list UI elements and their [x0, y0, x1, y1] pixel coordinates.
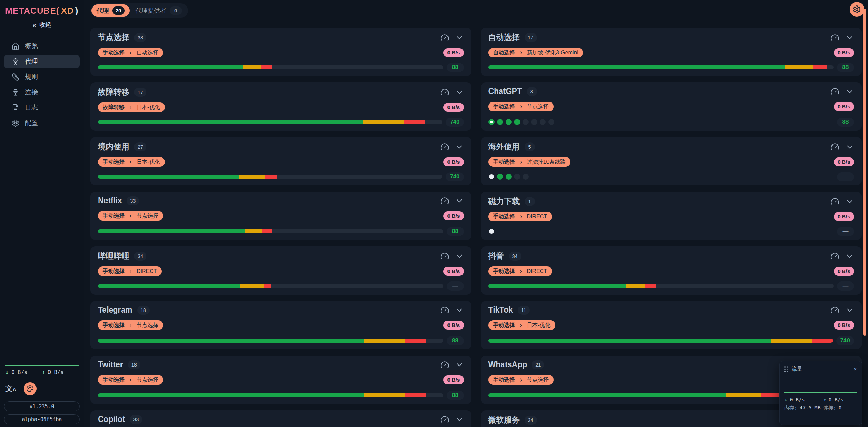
proxy-dot-dim[interactable] — [523, 174, 529, 180]
selected-proxy-badge[interactable]: 故障转移 日本-优化 — [98, 102, 165, 112]
latency-test-gauge-icon[interactable] — [440, 415, 449, 424]
proxy-dot-sel[interactable] — [488, 119, 495, 125]
card-title: 微软服务 — [488, 415, 520, 425]
sidebar-item-home[interactable]: 概览 — [4, 39, 80, 53]
theme-button[interactable] — [24, 382, 37, 395]
selected-node-label: 节点选择 — [137, 212, 158, 220]
selected-proxy-badge[interactable]: 手动选择 节点选择 — [488, 375, 554, 385]
latency-test-gauge-icon[interactable] — [830, 142, 839, 151]
drag-handle-icon[interactable] — [784, 366, 788, 372]
latency-test-gauge-icon[interactable] — [830, 252, 839, 261]
sidebar-item-label: 概览 — [25, 42, 38, 51]
chevron-down-icon[interactable] — [845, 197, 854, 206]
chevron-down-icon[interactable] — [845, 87, 854, 96]
selected-proxy-badge[interactable]: 手动选择 节点选择 — [98, 375, 163, 385]
latency-test-gauge-icon[interactable] — [830, 87, 839, 96]
traffic-panel-title: 流量 — [792, 366, 802, 373]
collapse-sidebar-button[interactable]: « 收起 — [32, 21, 51, 29]
selected-proxy-badge[interactable]: 手动选择 自动选择 — [98, 48, 163, 57]
latency-badge: 88 — [447, 63, 464, 72]
proxy-group-card: TikTok 11 手动选择 日本-优化 0 B/s 740 — [481, 301, 862, 349]
proxy-dot-green[interactable] — [506, 174, 512, 180]
group-type-label: 手动选择 — [103, 376, 125, 384]
selected-proxy-badge[interactable]: 手动选择 DIRECT — [488, 212, 552, 221]
proxy-dot-green[interactable] — [497, 174, 503, 180]
latency-badge: 88 — [447, 336, 464, 345]
chevron-right-icon — [128, 214, 133, 218]
selected-proxy-badge[interactable]: 手动选择 DIRECT — [98, 266, 162, 276]
latency-test-gauge-icon[interactable] — [830, 33, 839, 42]
sidebar-item-logs[interactable]: 日志 — [4, 101, 80, 114]
selected-proxy-badge[interactable]: 手动选择 过滤掉10条线路 — [488, 157, 571, 167]
bar-segment-yellow — [245, 229, 262, 233]
latency-test-gauge-icon[interactable] — [440, 306, 449, 315]
sidebar-item-config[interactable]: 配置 — [4, 116, 80, 130]
chevron-down-icon[interactable] — [455, 252, 464, 261]
sidebar-item-connections[interactable]: 连接 — [4, 85, 80, 99]
chevron-down-icon[interactable] — [845, 33, 854, 42]
card-title: 故障转移 — [98, 87, 129, 97]
language-button[interactable]: 文A — [5, 384, 16, 394]
chevron-right-icon — [519, 105, 523, 109]
chevron-down-icon[interactable] — [455, 33, 464, 42]
proxy-group-card: Telegram 18 手动选择 节点选择 0 B/s 88 — [90, 301, 471, 349]
chevron-down-icon[interactable] — [455, 196, 464, 205]
proxy-dot-white[interactable] — [489, 229, 494, 234]
build-button[interactable]: alpha-06f5fba — [4, 414, 80, 424]
latency-distribution-bar — [98, 120, 442, 124]
chevron-down-icon[interactable] — [845, 252, 854, 261]
sidebar-item-rules[interactable]: 规则 — [4, 70, 80, 84]
card-count-badge: 34 — [525, 416, 537, 425]
latency-badge: — — [447, 281, 464, 291]
proxy-dot-dim[interactable] — [514, 174, 520, 180]
close-button[interactable]: × — [854, 366, 857, 372]
connections-icon — [12, 88, 19, 96]
selected-proxy-badge[interactable]: 自动选择 新加坡-优化3-Gemini — [488, 48, 583, 57]
latency-test-gauge-icon[interactable] — [830, 306, 839, 315]
chevron-down-icon[interactable] — [455, 415, 464, 424]
minimize-button[interactable]: − — [844, 366, 847, 372]
proxy-dot-dim[interactable] — [540, 119, 546, 125]
chevron-down-icon[interactable] — [455, 142, 464, 151]
tab[interactable]: 代理 20 — [91, 4, 130, 17]
latency-badge: 88 — [447, 391, 464, 400]
download-speed: ↓ 0 B/s — [5, 369, 42, 375]
latency-test-gauge-icon[interactable] — [830, 197, 839, 206]
sidebar-item-proxies[interactable]: 代理 — [4, 55, 80, 68]
chevron-right-icon — [128, 378, 133, 382]
selected-node-label: 新加坡-优化3-Gemini — [527, 49, 578, 56]
bar-segment-green — [98, 120, 363, 124]
chevron-down-icon[interactable] — [455, 306, 464, 315]
chevron-down-icon[interactable] — [845, 142, 854, 151]
selected-proxy-badge[interactable]: 手动选择 DIRECT — [488, 266, 552, 276]
selected-proxy-badge[interactable]: 手动选择 节点选择 — [98, 320, 163, 330]
proxy-dot-green[interactable] — [514, 119, 520, 125]
proxy-dot-green[interactable] — [497, 119, 503, 125]
tab[interactable]: 代理提供者 0 — [130, 4, 187, 17]
card-count-badge: 17 — [525, 33, 537, 42]
settings-button[interactable] — [850, 2, 864, 17]
proxy-dot-dim[interactable] — [531, 119, 537, 125]
chevron-down-icon[interactable] — [455, 360, 464, 369]
sidebar-nav: 概览 代理 规则 连接 日志 配置 — [3, 39, 80, 132]
proxy-dot-white[interactable] — [489, 174, 494, 179]
selected-node-label: 日本-优化 — [137, 104, 160, 111]
selected-proxy-badge[interactable]: 手动选择 日本-优化 — [488, 320, 555, 330]
latency-test-gauge-icon[interactable] — [440, 360, 449, 369]
latency-test-gauge-icon[interactable] — [440, 252, 449, 261]
proxy-dot-green[interactable] — [506, 119, 512, 125]
selected-proxy-badge[interactable]: 手动选择 日本-优化 — [98, 157, 165, 167]
latency-test-gauge-icon[interactable] — [440, 196, 449, 205]
scrollbar-thumb[interactable] — [863, 9, 866, 336]
group-type-label: 手动选择 — [103, 212, 125, 220]
chevron-down-icon[interactable] — [845, 306, 854, 315]
version-button[interactable]: v1.235.0 — [4, 401, 80, 411]
selected-proxy-badge[interactable]: 手动选择 节点选择 — [98, 211, 163, 221]
proxy-dot-dim[interactable] — [548, 119, 554, 125]
latency-test-gauge-icon[interactable] — [440, 142, 449, 151]
selected-proxy-badge[interactable]: 手动选择 节点选择 — [488, 102, 554, 111]
chevron-down-icon[interactable] — [455, 88, 464, 97]
latency-test-gauge-icon[interactable] — [440, 33, 449, 42]
proxy-dot-dim[interactable] — [523, 119, 529, 125]
latency-test-gauge-icon[interactable] — [440, 88, 449, 97]
